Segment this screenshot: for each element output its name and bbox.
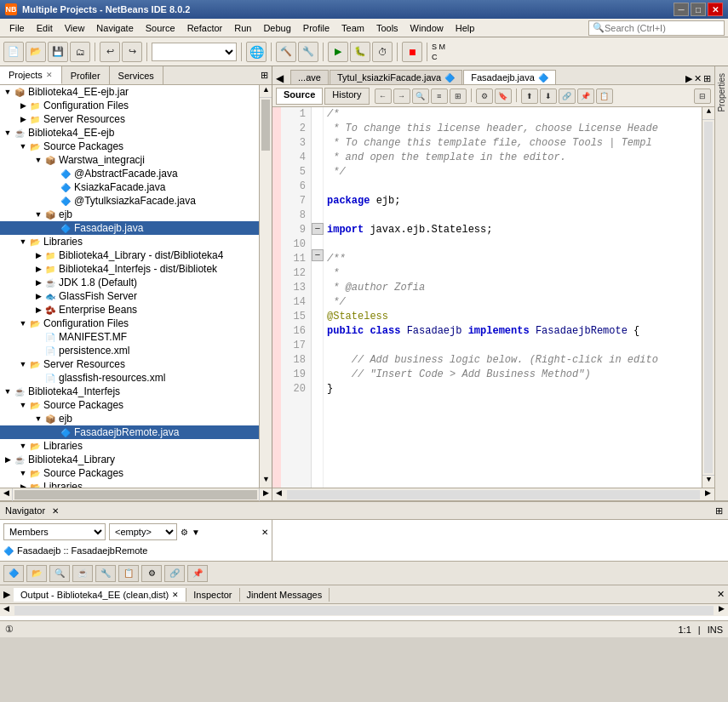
tree-node-warstwa[interactable]: ▼ 📦 Warstwa_integracji [0,153,272,167]
navigator-close-icon[interactable]: ✕ [52,506,59,516]
tree-node-config1[interactable]: ▶ 📁 Configuration Files [0,99,272,112]
navigator-maximize-icon[interactable]: ⊞ [715,505,723,517]
expand-config1[interactable]: ▶ [17,100,29,111]
ed-scroll-down[interactable]: ▼ [702,475,714,488]
expand-library[interactable]: ▶ [2,454,14,465]
profile-button[interactable]: ⏱ [372,42,393,62]
output-tab-jindent[interactable]: Jindent Messages [240,588,330,602]
tree-node-source-pkg[interactable]: ▼ 📂 Source Packages [0,140,272,153]
close-button[interactable]: ✕ [708,3,723,16]
ed-hscroll-left[interactable]: ◀ [272,488,285,501]
hammer-button[interactable]: 🔨 [276,42,296,62]
editor-tab-scroll-left[interactable]: ◀ [272,72,287,84]
tab-tytul[interactable]: Tytul_ksiazkiFacade.java 🔷 [330,70,462,84]
editor-maximize-icon[interactable]: ⊞ [703,73,711,84]
toggle-btn2[interactable]: ⊞ [450,88,467,104]
ed-btn4[interactable]: 🔖 [495,88,512,104]
nav-close-x[interactable]: ✕ [261,528,268,537]
forward-button[interactable]: → [393,88,410,104]
properties-btn[interactable]: ⊟ [694,88,711,104]
tab-projects-close[interactable]: ✕ [46,71,53,79]
menu-profile[interactable]: Profile [297,21,335,35]
expand-warstwa[interactable]: ▼ [32,154,44,166]
output-tab-inspector[interactable]: Inspector [186,588,239,602]
ed-scroll-up[interactable]: ▲ [702,107,714,120]
menu-run[interactable]: Run [228,21,257,35]
maximize-button[interactable]: □ [691,3,706,16]
expand-libs1[interactable]: ▼ [17,236,29,248]
ed-btn7[interactable]: 🔗 [559,88,576,104]
tree-node-persistence[interactable]: 📄 persistence.xml [0,344,272,357]
output-close-icon[interactable]: ✕ [717,589,725,600]
ed-btn6[interactable]: ⬇ [540,88,557,104]
tree-node-int-source[interactable]: ▼ 📂 Source Packages [0,398,272,412]
tree-node-bib4lib[interactable]: ▶ 📁 Biblioteka4_Library - dist/Bibliotek… [0,248,272,262]
tree-node-ejb-pkg[interactable]: ▼ 📦 ejb [0,208,272,221]
expand-interfejs[interactable]: ▼ [2,385,14,397]
tree-node-fasadaejbremote[interactable]: 🔷 FasadaejbRemote.java [0,425,272,439]
exp-glassfish[interactable]: ▶ [32,290,44,302]
save-all-button[interactable]: 🗂 [70,42,90,62]
tree-node-server2[interactable]: ▼ 📂 Server Resources [0,357,272,371]
expand-server2[interactable]: ▼ [17,358,29,370]
save-button[interactable]: 💾 [48,42,68,62]
toggle-btn1[interactable]: ≡ [431,88,448,104]
nav-btn-4[interactable]: ☕ [72,565,93,582]
ed-hscroll-thumb[interactable] [287,490,700,499]
tab-profiler[interactable]: Profiler [62,66,110,84]
menu-source[interactable]: Source [140,21,181,35]
tree-node-libs1[interactable]: ▼ 📂 Libraries [0,235,272,248]
hscroll-left-btn[interactable]: ◀ [0,488,13,501]
find-button[interactable]: 🔍 [412,88,429,104]
project-dropdown[interactable] [152,43,237,61]
tree-node-library[interactable]: ▶ ☕ Biblioteka4_Library [0,453,272,466]
redo-button[interactable]: ↪ [122,42,142,62]
ed-scroll-thumb[interactable] [704,122,713,473]
back-button[interactable]: ← [375,88,392,104]
tree-node-jar[interactable]: ▼ 📦 Biblioteka4_EE-ejb.jar [0,85,272,99]
nav-btn-5[interactable]: 🔧 [95,565,116,582]
minimize-button[interactable]: ─ [674,3,689,16]
tree-node-server1[interactable]: ▶ 📁 Server Resources [0,112,272,126]
tab-fasadaejb[interactable]: Fasadaejb.java 🔷 [463,70,556,84]
fold-btn-9[interactable]: ─ [312,223,324,235]
exp-bib4lib[interactable]: ▶ [32,249,44,261]
clean-build-button[interactable]: 🔧 [298,42,318,62]
code-text[interactable]: /* * To change this license header, choo… [324,107,702,488]
tree-node-enterprise[interactable]: ▶ 🫘 Enterprise Beans [0,303,272,317]
out-hscroll-left[interactable]: ◀ [0,604,13,617]
menu-edit[interactable]: Edit [31,21,59,35]
tree-node-lib-source[interactable]: ▼ 📂 Source Packages [0,466,272,480]
editor-vscroll[interactable]: ▲ ▼ [702,107,714,488]
expand-int-ejb[interactable]: ▼ [32,413,44,425]
tree-node-jdk[interactable]: ▶ ☕ JDK 1.8 (Default) [0,276,272,289]
menu-help[interactable]: Help [450,21,481,35]
menu-tools[interactable]: Tools [370,21,404,35]
exp-enterprise[interactable]: ▶ [32,304,44,316]
exp-bib4int[interactable]: ▶ [32,263,44,275]
debug-button[interactable]: 🐛 [350,42,370,62]
editor-tab-scroll-right[interactable]: ▶ [685,73,692,84]
sm-button[interactable]: S M C [432,42,445,62]
expand-int-libs[interactable]: ▼ [17,440,29,452]
empty-dropdown[interactable]: <empty> [109,523,177,540]
scroll-down-btn[interactable]: ▼ [260,475,272,488]
hscroll-thumb[interactable] [14,490,257,499]
tab-services[interactable]: Services [110,66,163,84]
editor-tab-close-all[interactable]: ✕ [694,73,702,84]
tree-node-fasadaejb[interactable]: 🔷 Fasadaejb.java [0,221,272,235]
output-tab-main[interactable]: Output - Biblioteka4_EE (clean,dist) ✕ [14,588,186,602]
panel-restore-icon[interactable]: ⊞ [261,70,268,81]
tree-node-bib4int[interactable]: ▶ 📁 Biblioteka4_Interfejs - dist/Bibliot… [0,262,272,276]
tree-node-manifest[interactable]: 📄 MANIFEST.MF [0,330,272,344]
nav-btn-2[interactable]: 📂 [26,565,47,582]
tree-node-interfejs[interactable]: ▼ ☕ Biblioteka4_Interfejs [0,385,272,398]
history-button[interactable]: History [324,88,369,105]
open-project-button[interactable]: 📂 [26,42,46,62]
properties-toggle[interactable]: ⊟ [694,88,711,104]
tree-scrollbar[interactable]: ▲ ▼ [259,85,272,488]
nav-settings-icon[interactable]: ⚙ [181,528,188,537]
search-input[interactable] [605,23,707,33]
menu-view[interactable]: View [59,21,91,35]
expand-config2[interactable]: ▼ [17,317,29,329]
